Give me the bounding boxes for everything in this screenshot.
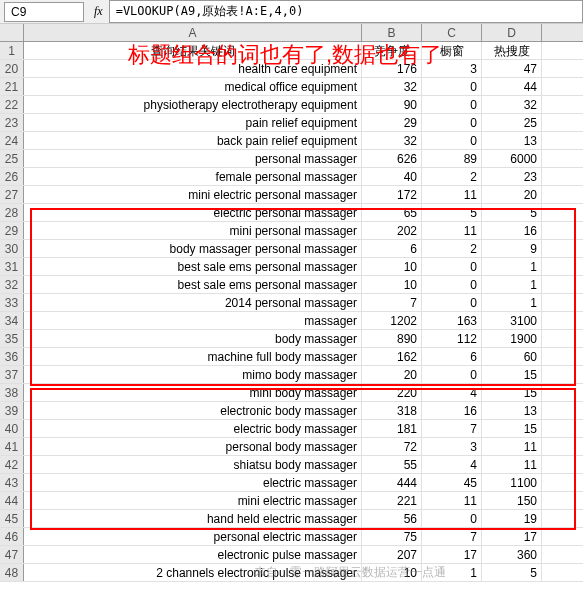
- cell[interactable]: electronic pulse massager: [24, 546, 362, 563]
- cell[interactable]: 220: [362, 384, 422, 401]
- cell[interactable]: 1900: [482, 330, 542, 347]
- cell[interactable]: 6000: [482, 150, 542, 167]
- cell[interactable]: 5: [482, 204, 542, 221]
- cell[interactable]: 1: [482, 294, 542, 311]
- cell[interactable]: 626: [362, 150, 422, 167]
- row-header[interactable]: 30: [0, 240, 24, 257]
- cell[interactable]: 0: [422, 510, 482, 527]
- cell[interactable]: 11: [422, 186, 482, 203]
- cell[interactable]: 1100: [482, 474, 542, 491]
- row-header[interactable]: 47: [0, 546, 24, 563]
- cell[interactable]: 0: [422, 132, 482, 149]
- cell[interactable]: 181: [362, 420, 422, 437]
- col-header-c[interactable]: C: [422, 24, 482, 41]
- cell[interactable]: 11: [422, 222, 482, 239]
- row-header[interactable]: 27: [0, 186, 24, 203]
- cell[interactable]: mini body massager: [24, 384, 362, 401]
- cell[interactable]: 90: [362, 96, 422, 113]
- cell[interactable]: electric body massager: [24, 420, 362, 437]
- cell[interactable]: best sale ems personal massager: [24, 258, 362, 275]
- row-header[interactable]: 40: [0, 420, 24, 437]
- cell[interactable]: 221: [362, 492, 422, 509]
- cell[interactable]: 2: [422, 168, 482, 185]
- cell[interactable]: 4: [422, 456, 482, 473]
- cell[interactable]: 10: [362, 276, 422, 293]
- cell[interactable]: 60: [482, 348, 542, 365]
- cell[interactable]: 32: [362, 78, 422, 95]
- cell[interactable]: 1: [482, 258, 542, 275]
- cell[interactable]: 318: [362, 402, 422, 419]
- cell[interactable]: 15: [482, 420, 542, 437]
- cell[interactable]: 0: [422, 276, 482, 293]
- row-header[interactable]: 32: [0, 276, 24, 293]
- cell[interactable]: back pain relief equipment: [24, 132, 362, 149]
- cell[interactable]: medical office equipment: [24, 78, 362, 95]
- cell[interactable]: 0: [422, 366, 482, 383]
- cell[interactable]: 20: [482, 186, 542, 203]
- cell[interactable]: 0: [422, 294, 482, 311]
- row-header[interactable]: 35: [0, 330, 24, 347]
- name-box[interactable]: C9: [4, 2, 84, 22]
- cell[interactable]: 150: [482, 492, 542, 509]
- cell[interactable]: 15: [482, 384, 542, 401]
- cell[interactable]: 23: [482, 168, 542, 185]
- cell[interactable]: 17: [482, 528, 542, 545]
- cell[interactable]: best sale ems personal massager: [24, 276, 362, 293]
- cell[interactable]: 13: [482, 402, 542, 419]
- row-header[interactable]: 28: [0, 204, 24, 221]
- cell[interactable]: 5: [482, 564, 542, 581]
- col-header-a[interactable]: A: [24, 24, 362, 41]
- cell[interactable]: 11: [482, 438, 542, 455]
- row-header[interactable]: 20: [0, 60, 24, 77]
- cell[interactable]: 17: [422, 546, 482, 563]
- cell[interactable]: 1202: [362, 312, 422, 329]
- cell[interactable]: mini personal massager: [24, 222, 362, 239]
- row-header[interactable]: 24: [0, 132, 24, 149]
- cell[interactable]: mini electric personal massager: [24, 186, 362, 203]
- cell[interactable]: 44: [482, 78, 542, 95]
- cell[interactable]: 890: [362, 330, 422, 347]
- cell[interactable]: 3100: [482, 312, 542, 329]
- cell[interactable]: hand held electric massager: [24, 510, 362, 527]
- cell[interactable]: mini electric massager: [24, 492, 362, 509]
- row-header[interactable]: 46: [0, 528, 24, 545]
- cell[interactable]: shiatsu body massager: [24, 456, 362, 473]
- row-header[interactable]: 39: [0, 402, 24, 419]
- cell[interactable]: 202: [362, 222, 422, 239]
- cell[interactable]: 7: [362, 294, 422, 311]
- cell[interactable]: electric massager: [24, 474, 362, 491]
- cell[interactable]: 11: [422, 492, 482, 509]
- row-header[interactable]: 48: [0, 564, 24, 581]
- cell[interactable]: 1: [482, 276, 542, 293]
- cell[interactable]: 19: [482, 510, 542, 527]
- cell[interactable]: massager: [24, 312, 362, 329]
- row-header[interactable]: 45: [0, 510, 24, 527]
- cell[interactable]: 1: [422, 564, 482, 581]
- cell[interactable]: 13: [482, 132, 542, 149]
- cell[interactable]: 207: [362, 546, 422, 563]
- cell[interactable]: female personal massager: [24, 168, 362, 185]
- cell[interactable]: 4: [422, 384, 482, 401]
- cell[interactable]: personal electric massager: [24, 528, 362, 545]
- cell[interactable]: body massager personal massager: [24, 240, 362, 257]
- cell[interactable]: 10: [362, 564, 422, 581]
- cell[interactable]: 10: [362, 258, 422, 275]
- header-cell[interactable]: 热搜度: [482, 42, 542, 59]
- cell[interactable]: personal massager: [24, 150, 362, 167]
- cell[interactable]: 65: [362, 204, 422, 221]
- row-header[interactable]: 33: [0, 294, 24, 311]
- row-header[interactable]: 44: [0, 492, 24, 509]
- cell[interactable]: 0: [422, 96, 482, 113]
- cell[interactable]: electronic body massager: [24, 402, 362, 419]
- cell[interactable]: 11: [482, 456, 542, 473]
- cell[interactable]: 20: [362, 366, 422, 383]
- cell[interactable]: 9: [482, 240, 542, 257]
- row-header[interactable]: 29: [0, 222, 24, 239]
- cell[interactable]: 32: [362, 132, 422, 149]
- formula-input[interactable]: =VLOOKUP(A9,原始表!A:E,4,0): [109, 0, 583, 23]
- cell[interactable]: 0: [422, 114, 482, 131]
- cell[interactable]: 0: [422, 258, 482, 275]
- cell[interactable]: 75: [362, 528, 422, 545]
- cell[interactable]: personal body massager: [24, 438, 362, 455]
- cell[interactable]: mimo body massager: [24, 366, 362, 383]
